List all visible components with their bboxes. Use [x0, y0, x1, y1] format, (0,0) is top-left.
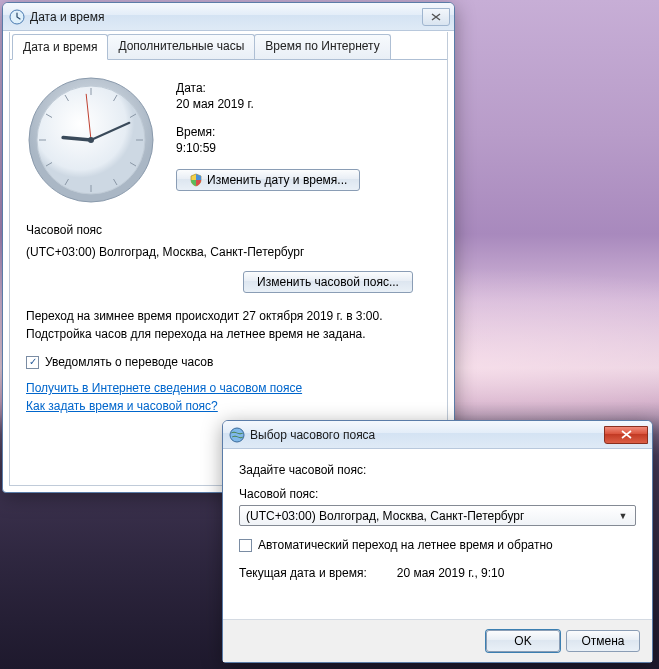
titlebar[interactable]: Выбор часового пояса [223, 421, 652, 449]
clock-icon [9, 9, 25, 25]
notify-checkbox-label: Уведомлять о переводе часов [45, 355, 213, 369]
window-title: Дата и время [30, 10, 422, 24]
close-button[interactable] [604, 426, 648, 444]
globe-icon [229, 427, 245, 443]
current-datetime-label: Текущая дата и время: [239, 566, 367, 580]
svg-point-18 [88, 137, 94, 143]
dialog-buttons: OK Отмена [223, 619, 652, 662]
link-howto[interactable]: Как задать время и часовой пояс? [26, 399, 431, 413]
dst-info-line2: Подстройка часов для перехода на летнее … [26, 325, 431, 343]
tab-internet-time[interactable]: Время по Интернету [254, 34, 390, 59]
svg-line-15 [63, 138, 91, 140]
date-label: Дата: [176, 81, 431, 95]
current-datetime-value: 20 мая 2019 г., 9:10 [397, 566, 505, 580]
timezone-value: (UTC+03:00) Волгоград, Москва, Санкт-Пет… [26, 245, 431, 259]
tab-strip: Дата и время Дополнительные часы Время п… [10, 32, 447, 60]
timezone-combobox-value: (UTC+03:00) Волгоград, Москва, Санкт-Пет… [246, 509, 524, 523]
timezone-dialog: Выбор часового пояса Задайте часовой поя… [222, 420, 653, 663]
auto-dst-checkbox[interactable] [239, 539, 252, 552]
change-datetime-label: Изменить дату и время... [207, 173, 347, 187]
dialog-title: Выбор часового пояса [250, 428, 604, 442]
time-value: 9:10:59 [176, 141, 431, 155]
svg-point-19 [230, 428, 244, 442]
close-button[interactable] [422, 8, 450, 26]
chevron-down-icon: ▼ [615, 511, 631, 521]
auto-dst-label: Автоматический переход на летнее время и… [258, 538, 553, 552]
change-timezone-label: Изменить часовой пояс... [257, 275, 399, 289]
timezone-header: Часовой пояс [26, 223, 431, 237]
tab-additional-clocks[interactable]: Дополнительные часы [107, 34, 255, 59]
dst-info-line1: Переход на зимнее время происходит 27 ок… [26, 307, 431, 325]
timezone-combobox[interactable]: (UTC+03:00) Волгоград, Москва, Санкт-Пет… [239, 505, 636, 526]
change-timezone-button[interactable]: Изменить часовой пояс... [243, 271, 413, 293]
shield-icon [189, 173, 203, 187]
link-tz-info[interactable]: Получить в Интернете сведения о часовом … [26, 381, 431, 395]
analog-clock [26, 75, 156, 205]
combo-label: Часовой пояс: [239, 487, 636, 501]
tab-datetime[interactable]: Дата и время [12, 34, 108, 60]
instruction-text: Задайте часовой пояс: [239, 463, 636, 477]
date-value: 20 мая 2019 г. [176, 97, 431, 111]
time-label: Время: [176, 125, 431, 139]
ok-button[interactable]: OK [486, 630, 560, 652]
titlebar[interactable]: Дата и время [3, 3, 454, 31]
change-datetime-button[interactable]: Изменить дату и время... [176, 169, 360, 191]
client-area: Дата и время Дополнительные часы Время п… [9, 32, 448, 486]
notify-checkbox[interactable] [26, 356, 39, 369]
cancel-button[interactable]: Отмена [566, 630, 640, 652]
